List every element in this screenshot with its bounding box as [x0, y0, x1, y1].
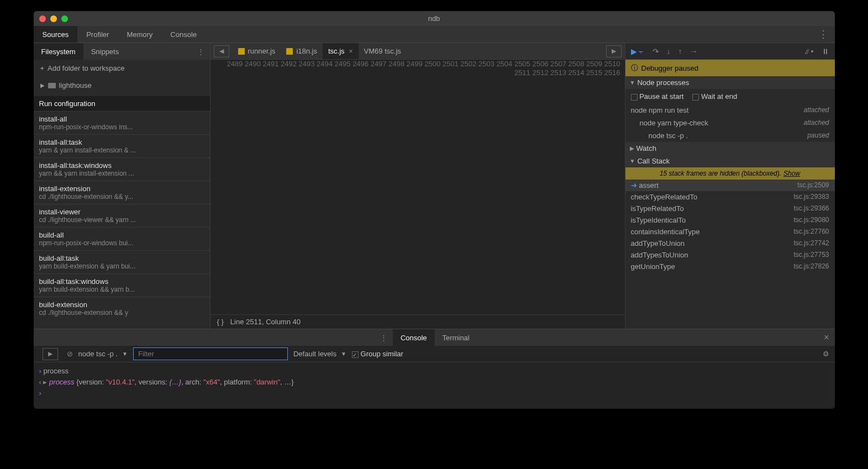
- step-into-icon[interactable]: ↓: [667, 47, 671, 56]
- chevron-down-icon: ▼: [630, 80, 635, 86]
- call-stack-frame[interactable]: isTypeIdenticalTotsc.js:29080: [625, 214, 835, 226]
- js-file-icon: [238, 48, 245, 55]
- run-config-item[interactable]: install-all:task:windowsyarn && yarn ins…: [34, 157, 210, 181]
- call-stack-header[interactable]: ▼ Call Stack: [625, 155, 835, 167]
- close-tab-icon[interactable]: ×: [349, 48, 353, 55]
- file-tab[interactable]: tsc.js×: [323, 43, 359, 59]
- tab-snippets[interactable]: Snippets: [83, 43, 127, 60]
- clear-console-icon[interactable]: ⊘: [67, 350, 73, 358]
- debugger-banner-text: Debugger paused: [641, 64, 698, 72]
- close-drawer-icon[interactable]: ×: [818, 333, 834, 342]
- file-tab[interactable]: VM69 tsc.js: [359, 43, 407, 59]
- debugger-banner: ⓘ Debugger paused: [625, 60, 835, 76]
- main-menu-icon[interactable]: ⋮: [812, 28, 835, 40]
- call-stack-hidden-bar: 15 stack frames are hidden (blackboxed).…: [625, 167, 835, 180]
- file-tab[interactable]: runner.js: [233, 43, 281, 59]
- console-input-echo: process: [43, 367, 69, 375]
- fs-folder-row[interactable]: ▶ lighthouse: [34, 77, 210, 94]
- run-config-item[interactable]: build-extensioncd ./lighthouse-extension…: [34, 297, 210, 320]
- node-process-row[interactable]: node npm run testattached: [625, 104, 835, 117]
- console-settings-icon[interactable]: ⚙: [823, 350, 829, 358]
- run-config-item[interactable]: install-all:taskyarn & yarn install-exte…: [34, 134, 210, 157]
- step-over-icon[interactable]: ↷: [653, 47, 659, 56]
- run-config-item[interactable]: build-allnpm-run-posix-or-windows bui...: [34, 227, 210, 250]
- nav-back-icon[interactable]: ◀: [214, 45, 229, 57]
- call-stack-frame[interactable]: isTypeRelatedTotsc.js:29366: [625, 203, 835, 214]
- info-icon: ⓘ: [631, 63, 638, 73]
- fs-folder-label: lighthouse: [59, 81, 92, 89]
- log-levels-selector[interactable]: Default levels ▼: [293, 350, 346, 358]
- call-stack-frame[interactable]: ➔asserttsc.js:2509: [625, 180, 835, 191]
- run-config-item[interactable]: install-viewercd ./lighthouse-viewer && …: [34, 204, 210, 227]
- call-stack-frame[interactable]: addTypesToUniontsc.js:27753: [625, 249, 835, 261]
- call-stack-frame[interactable]: checkTypeRelatedTotsc.js:29383: [625, 191, 835, 203]
- run-config-item[interactable]: build-all:taskyarn build-extension & yar…: [34, 250, 210, 273]
- show-hidden-frames-link[interactable]: Show: [783, 170, 800, 177]
- group-similar-checkbox[interactable]: Group similar: [352, 350, 403, 358]
- tab-console-drawer[interactable]: Console: [393, 329, 435, 346]
- call-stack-frame[interactable]: getUnionTypetsc.js:27826: [625, 261, 835, 272]
- maximize-window-icon[interactable]: [61, 15, 68, 22]
- node-process-row[interactable]: node tsc -p .paused: [625, 129, 835, 142]
- titlebar: ndb: [34, 11, 835, 26]
- console-filter-input[interactable]: [133, 347, 288, 360]
- node-process-row[interactable]: node yarn type-checkattached: [625, 117, 835, 129]
- run-config-item[interactable]: build-all:task:windowsyarn build-extensi…: [34, 273, 210, 297]
- run-config-item[interactable]: install-allnpm-run-posix-or-windows ins.…: [34, 111, 210, 134]
- console-sidebar-icon[interactable]: ▶: [43, 348, 58, 360]
- current-frame-icon: ➔: [631, 181, 637, 189]
- deactivate-breakpoints-icon[interactable]: ⫽•: [803, 47, 814, 56]
- tab-memory[interactable]: Memory: [118, 26, 161, 43]
- tab-terminal[interactable]: Terminal: [435, 329, 477, 346]
- window-title: ndb: [428, 14, 440, 23]
- call-stack-frame[interactable]: containsIdenticalTypetsc.js:27760: [625, 226, 835, 238]
- step-out-icon[interactable]: ↑: [678, 47, 682, 56]
- pause-exceptions-icon[interactable]: ⏸: [822, 47, 829, 56]
- js-file-icon: [286, 48, 293, 55]
- step-icon[interactable]: →: [690, 47, 698, 56]
- add-folder-label: Add folder to workspace: [48, 64, 124, 72]
- tab-sources[interactable]: Sources: [34, 26, 78, 43]
- console-result-body[interactable]: {version: "v10.4.1", versions: {…}, arch…: [76, 378, 293, 386]
- minimize-window-icon[interactable]: [50, 15, 57, 22]
- tab-profiler[interactable]: Profiler: [77, 26, 118, 43]
- chevron-down-icon: ▼: [630, 158, 635, 164]
- watch-header[interactable]: ▶ Watch: [625, 142, 835, 155]
- file-tab[interactable]: i18n.js: [281, 43, 323, 59]
- wait-at-end-checkbox[interactable]: Wait at end: [692, 92, 737, 101]
- tab-filesystem[interactable]: Filesystem: [34, 43, 83, 60]
- tab-console[interactable]: Console: [161, 26, 206, 43]
- folder-icon: [48, 83, 56, 88]
- node-processes-header[interactable]: ▼ Node processes: [625, 76, 835, 89]
- cursor-position: Line 2511, Column 40: [230, 318, 301, 326]
- chevron-right-icon: ▶: [630, 145, 634, 151]
- format-icon[interactable]: { }: [217, 318, 224, 326]
- console-menu-icon[interactable]: ⋮: [375, 334, 393, 342]
- console-result-name[interactable]: process: [49, 378, 75, 386]
- nav-more-icon[interactable]: ▶: [606, 45, 622, 57]
- run-config-item[interactable]: install-extensioncd ./lighthouse-extensi…: [34, 181, 210, 204]
- chevron-down-icon: ▼: [122, 351, 128, 357]
- chevron-right-icon: ▶: [40, 82, 45, 88]
- add-folder-button[interactable]: + Add folder to workspace: [34, 60, 210, 77]
- main-tabs: Sources Profiler Memory Console ⋮: [34, 26, 835, 43]
- file-tabs: ◀ runner.jsi18n.jstsc.js×VM69 tsc.js ▶: [211, 43, 625, 60]
- call-stack-frame[interactable]: addTypeToUniontsc.js:27742: [625, 238, 835, 249]
- pause-at-start-checkbox[interactable]: Pause at start: [631, 92, 684, 101]
- resume-icon[interactable]: ▶⫟: [631, 47, 645, 56]
- close-window-icon[interactable]: [39, 15, 46, 22]
- context-selector[interactable]: node tsc -p . ▼: [78, 350, 128, 358]
- run-config-header: Run configuration: [34, 96, 210, 111]
- sidebar-menu-icon[interactable]: ⋮: [192, 48, 210, 56]
- chevron-down-icon: ▼: [341, 351, 346, 357]
- plus-icon: +: [40, 64, 45, 72]
